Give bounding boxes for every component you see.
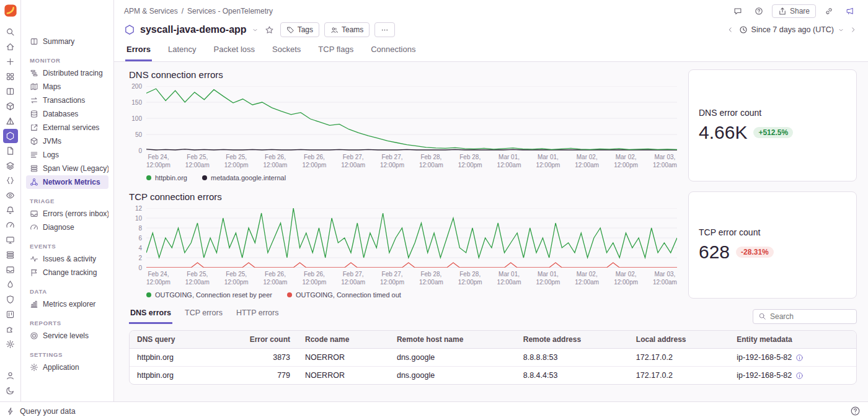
sidebar-item-diagnose[interactable]: Diagnose [26,221,108,234]
summary-icon [30,37,38,46]
time-range-button[interactable]: Since 7 days ago (UTC) [737,24,847,35]
column-header-rcode-name[interactable]: Rcode name [298,331,389,349]
chart-canvas[interactable] [146,86,677,151]
query-your-data-button[interactable]: Query your data [6,407,76,416]
info-icon[interactable] [795,354,804,362]
sidebar-item-span-view-legacy[interactable]: Span View (Legacy) [26,162,108,175]
megaphone-button[interactable] [842,4,858,18]
legend-item[interactable]: OUTGOING, Connection reset by peer [146,291,272,299]
y-tick-label: 10 [135,215,142,222]
sidebar-item-jvms[interactable]: JVMs [26,134,108,148]
rail-gear-icon[interactable] [3,337,18,351]
column-header-entity-metadata[interactable]: Entity metadata [729,331,856,349]
flag-icon [30,268,38,277]
x-tick-label: Feb 25, 12:00am [185,270,210,286]
rail-hexagon-icon[interactable] [3,129,18,143]
detail-tab-tcp-errors[interactable]: TCP errors [184,308,224,324]
x-tick-label: Feb 28, 12:00am [419,270,443,286]
sidebar-item-transactions[interactable]: Transactions [26,94,108,107]
rail-stack-icon[interactable] [3,248,18,262]
search-input[interactable] [770,312,851,321]
rail-monitor-icon[interactable] [3,233,18,247]
breadcrumb-apm-services[interactable]: APM & Services [124,7,178,15]
rail-bell-icon[interactable] [3,203,18,217]
rail-moon-icon[interactable] [3,383,18,398]
sidebar-item-summary[interactable]: Summary [26,35,108,48]
rail-search-icon[interactable] [3,25,18,39]
sidebar-item-change-tracking[interactable]: Change tracking [26,266,108,279]
time-back-button[interactable] [725,25,735,35]
sidebar-item-metrics-explorer[interactable]: Metrics explorer [26,297,108,311]
x-tick-label: Mar 02, 12:00am [575,270,599,286]
rail-file-icon[interactable] [3,144,18,158]
rail-columns-icon[interactable] [3,84,18,98]
dots-button[interactable] [374,22,395,37]
map-icon [30,82,38,91]
rail-shield-icon[interactable] [3,292,18,307]
table-row[interactable]: httpbin.org779NOERRORdns.google8.8.4.4:5… [130,367,856,385]
rail-cube-icon[interactable] [3,99,18,113]
chart-canvas[interactable] [146,208,677,268]
column-header-local-address[interactable]: Local address [629,331,729,349]
detail-tab-dns-errors[interactable]: DNS errors [129,308,172,324]
legend-item[interactable]: OUTGOING, Connection timed out [287,291,401,299]
sidebar-item-external-services[interactable]: External services [26,121,108,134]
tab-latency[interactable]: Latency [167,45,198,61]
dns-error-delta-badge: +512.5% [753,127,793,138]
favorite-star-button[interactable] [264,24,275,36]
column-header-remote-address[interactable]: Remote address [516,331,629,349]
sidebar-item-databases[interactable]: Databases [26,107,108,121]
tab-sockets[interactable]: Sockets [271,45,302,61]
help-button[interactable] [751,4,767,18]
column-header-remote-host-name[interactable]: Remote host name [389,331,516,349]
rail-home-icon[interactable] [3,40,18,54]
sidebar-item-maps[interactable]: Maps [26,80,108,94]
sidebar-item-distributed-tracing[interactable]: Distributed tracing [26,66,108,80]
rail-kanban-icon[interactable] [3,307,18,322]
app-logo[interactable] [4,4,17,17]
link-button[interactable] [821,4,837,18]
rail-flame-icon[interactable] [3,278,18,292]
sidebar-item-issues-activity[interactable]: Issues & activity [26,252,108,266]
rail-user-icon[interactable] [3,369,18,383]
help-button[interactable] [849,405,862,418]
rail-bottom-icons [3,369,18,398]
rail-pyramid-icon[interactable] [3,114,18,128]
db-icon [30,110,38,118]
rail-braces-icon[interactable] [3,173,18,188]
legend-item[interactable]: metadata.google.internal [202,174,286,182]
legend-item[interactable]: httpbin.org [146,174,187,182]
rail-puzzle-icon[interactable] [3,322,18,336]
sidebar-item-errors-errors-inbox[interactable]: Errors (errors inbox) [26,207,108,221]
sidebar-item-label: Summary [43,37,74,46]
rail-layers-icon[interactable] [3,159,18,173]
rail-gauge-icon[interactable] [3,218,18,232]
legend-dot [287,292,292,297]
column-header-dns-query[interactable]: DNS query [130,331,211,349]
teams-button[interactable]: Teams [324,22,370,37]
tab-tcp-flags[interactable]: TCP flags [317,45,355,61]
breadcrumb-services-opentelemetry[interactable]: Services - OpenTelemetry [187,7,273,15]
share-button[interactable]: Share [772,4,816,18]
service-hexagon-icon [124,24,135,35]
column-header-error-count[interactable]: Error count [211,331,298,349]
info-icon[interactable] [795,372,804,380]
tab-connections[interactable]: Connections [370,45,417,61]
rail-inbox-icon[interactable] [3,263,18,277]
tags-button[interactable]: Tags [280,22,319,37]
rail-grid-icon[interactable] [3,69,18,84]
tab-errors[interactable]: Errors [125,45,152,61]
sidebar-item-logs[interactable]: Logs [26,148,108,162]
rail-plus-icon[interactable] [3,55,18,69]
rail-eye-icon[interactable] [3,188,18,203]
sidebar-item-network-metrics[interactable]: Network Metrics [26,175,108,189]
detail-tab-http-errors[interactable]: HTTP errors [235,308,280,324]
tab-packet-loss[interactable]: Packet loss [213,45,256,61]
time-forward-button[interactable] [848,25,858,35]
rail-top-icons [3,25,18,351]
sidebar-item-application[interactable]: Application [26,361,108,374]
table-row[interactable]: httpbin.org3873NOERRORdns.google8.8.8.8:… [130,349,856,367]
service-switcher-caret[interactable] [252,27,259,33]
chat-button[interactable] [730,4,746,18]
sidebar-item-service-levels[interactable]: Service levels [26,329,108,343]
